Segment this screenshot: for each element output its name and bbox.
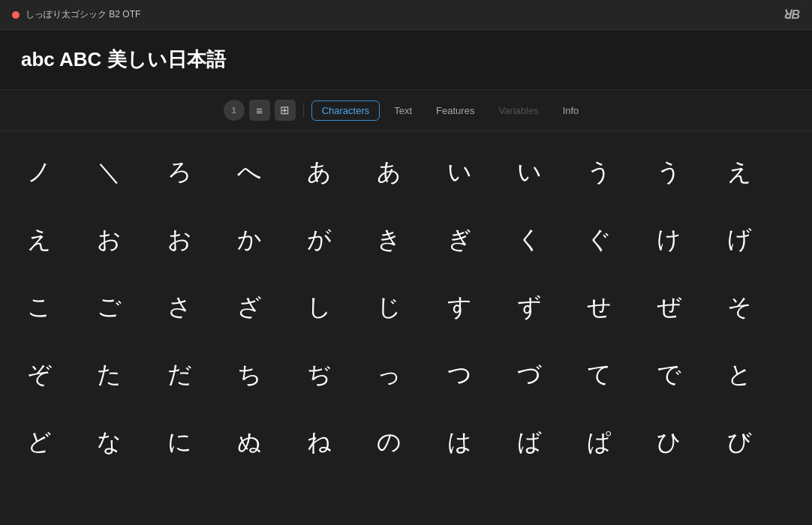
tab-text[interactable]: Text: [384, 101, 422, 120]
char-cell[interactable]: え: [721, 139, 791, 206]
char-cell[interactable]: つ: [441, 341, 511, 409]
char-cell[interactable]: い: [511, 139, 581, 206]
char-cell[interactable]: げ: [721, 206, 791, 274]
toolbar-divider: [303, 103, 304, 118]
view-single-button[interactable]: 1: [224, 100, 245, 121]
char-cell[interactable]: ノ: [21, 139, 91, 206]
char-cell[interactable]: う: [581, 139, 651, 206]
char-cell[interactable]: ぞ: [21, 341, 91, 409]
char-cell[interactable]: な: [91, 409, 161, 476]
char-cell[interactable]: は: [441, 409, 511, 476]
titlebar-left: しっぽり太ゴシック B2 OTF: [12, 8, 140, 21]
char-cell[interactable]: け: [651, 206, 720, 274]
char-cell[interactable]: で: [651, 341, 720, 409]
tab-variables: Variables: [489, 101, 548, 120]
char-cell[interactable]: た: [91, 341, 161, 409]
char-cell[interactable]: そ: [721, 274, 791, 341]
char-cell[interactable]: ぐ: [581, 206, 651, 274]
characters-container: ノ＼ろへああいいううええおおかがきぎくぐけげこごさざしじすずせぜそぞただちぢっつ…: [0, 131, 812, 484]
char-cell[interactable]: ＼: [91, 139, 161, 206]
char-cell[interactable]: ぢ: [301, 341, 371, 409]
char-cell[interactable]: づ: [511, 341, 581, 409]
char-cell[interactable]: い: [441, 139, 511, 206]
char-cell[interactable]: ど: [21, 409, 91, 476]
char-cell[interactable]: の: [371, 409, 441, 476]
preview-area: abc ABC 美しい日本語: [0, 30, 812, 90]
char-cell[interactable]: ぱ: [581, 409, 651, 476]
char-cell[interactable]: ぜ: [651, 274, 720, 341]
char-cell[interactable]: ち: [231, 341, 301, 409]
traffic-light-dot[interactable]: [12, 11, 20, 19]
char-cell[interactable]: す: [441, 274, 511, 341]
char-cell[interactable]: が: [301, 206, 371, 274]
char-cell[interactable]: ざ: [231, 274, 301, 341]
font-preview-icon: ꓤB: [783, 8, 800, 22]
char-cell[interactable]: ぬ: [231, 409, 301, 476]
char-cell[interactable]: さ: [161, 274, 231, 341]
view-grid-button[interactable]: ⊞: [275, 100, 296, 121]
char-cell[interactable]: せ: [581, 274, 651, 341]
char-cell[interactable]: く: [511, 206, 581, 274]
char-cell[interactable]: あ: [371, 139, 441, 206]
char-cell[interactable]: へ: [231, 139, 301, 206]
characters-grid: ノ＼ろへああいいううええおおかがきぎくぐけげこごさざしじすずせぜそぞただちぢっつ…: [21, 139, 791, 476]
char-cell[interactable]: だ: [161, 341, 231, 409]
char-cell[interactable]: う: [651, 139, 720, 206]
tab-info[interactable]: Info: [553, 101, 589, 120]
char-cell[interactable]: お: [161, 206, 231, 274]
toolbar: 1 ≡ ⊞ Characters Text Features Variables…: [0, 90, 812, 131]
titlebar-title: しっぽり太ゴシック B2 OTF: [26, 8, 140, 21]
char-cell[interactable]: こ: [21, 274, 91, 341]
char-cell[interactable]: ぎ: [441, 206, 511, 274]
char-cell[interactable]: し: [301, 274, 371, 341]
char-cell[interactable]: え: [21, 206, 91, 274]
tab-characters[interactable]: Characters: [311, 100, 380, 121]
char-cell[interactable]: て: [581, 341, 651, 409]
preview-text: abc ABC 美しい日本語: [21, 46, 226, 73]
titlebar: しっぽり太ゴシック B2 OTF ꓤB: [0, 0, 812, 30]
tab-features[interactable]: Features: [426, 101, 484, 120]
char-cell[interactable]: ご: [91, 274, 161, 341]
char-cell[interactable]: ず: [511, 274, 581, 341]
char-cell[interactable]: ば: [511, 409, 581, 476]
char-cell[interactable]: き: [371, 206, 441, 274]
char-cell[interactable]: ひ: [651, 409, 720, 476]
char-cell[interactable]: ね: [301, 409, 371, 476]
char-cell[interactable]: っ: [371, 341, 441, 409]
char-cell[interactable]: あ: [301, 139, 371, 206]
char-cell[interactable]: じ: [371, 274, 441, 341]
char-cell[interactable]: ろ: [161, 139, 231, 206]
char-cell[interactable]: び: [721, 409, 791, 476]
char-cell[interactable]: お: [91, 206, 161, 274]
char-cell[interactable]: に: [161, 409, 231, 476]
char-cell[interactable]: と: [721, 341, 791, 409]
view-lines-button[interactable]: ≡: [249, 100, 270, 121]
char-cell[interactable]: か: [231, 206, 301, 274]
